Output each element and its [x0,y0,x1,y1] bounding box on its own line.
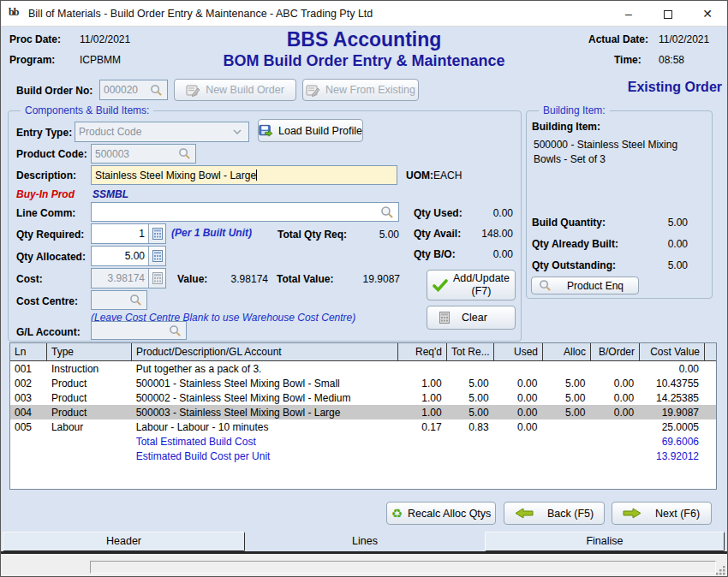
build-order-label: Build Order No: [16,85,92,97]
total-value-label: Total Value: [277,273,333,285]
col-costvalue[interactable]: Cost Value [640,343,705,360]
load-profile-icon [259,124,273,138]
product-code-input[interactable]: 500003 [91,144,196,164]
cost-input[interactable]: 3.98174 [91,268,166,288]
total-qty-req-value: 5.00 [352,229,399,241]
col-totreq[interactable]: Tot Re... [447,343,494,360]
qty-avail-value: 148.00 [460,228,513,240]
qty-required-input[interactable]: 1 [91,223,166,244]
table-cell: 1.00 [397,378,446,390]
table-cell: 002 [10,378,47,390]
table-row[interactable]: 004Product500003 - Stainless Steel Mixin… [10,405,716,419]
qty-already-built-label: Qty Already Built: [532,238,618,250]
search-icon[interactable] [176,145,192,163]
tab-header[interactable]: Header [3,532,245,551]
value-label: Value: [177,273,207,285]
col-type[interactable]: Type [47,343,132,360]
gl-account-input[interactable] [91,321,187,340]
cost-label: Cost: [16,273,43,285]
build-quantity-value: 5.00 [635,217,688,229]
new-build-order-button[interactable]: New Build Order [174,79,296,101]
title-bar: bsb Bill of Materials - Build Order Entr… [1,1,727,27]
table-cell: 0.00 [589,378,638,390]
table-cell: Labour - Labour - 10 minutes [132,421,397,433]
time-value: 08:58 [659,54,684,66]
line-comm-input[interactable] [91,202,399,222]
minimize-button[interactable]: – [611,1,647,27]
table-row[interactable]: 003Product500002 - Stainless Steel Mixin… [10,390,716,405]
window-title: Bill of Materials - Build Order Entry & … [28,1,373,27]
back-button[interactable]: Back (F5) [504,502,605,525]
search-icon[interactable] [379,203,395,221]
clear-button[interactable]: Clear [427,306,516,330]
table-cell: 0.00 [589,407,638,419]
table-cell: 0.83 [446,421,493,433]
chevron-down-icon [230,129,245,134]
app-window: bsb Bill of Materials - Build Order Entr… [0,0,728,577]
recalc-alloc-button[interactable]: ♻ Recalc Alloc Qtys [386,502,496,525]
qty-outstanding-label: Qty Outstanding: [532,259,616,271]
qty-used-label: Qty Used: [414,207,462,219]
time-label: Time: [614,54,641,66]
table-cell: 13.92012 [638,450,703,462]
table-row[interactable]: 005LabourLabour - Labour - 10 minutes0.1… [10,419,716,434]
product-enq-button[interactable]: Product Enq [531,277,639,294]
table-cell: 5.00 [446,407,493,419]
table-body: 001InstructionPut together as a pack of … [10,361,716,463]
table-cell: Estimated Build Cost per Unit [132,450,397,462]
table-cell: 5.00 [541,392,589,404]
gl-account-label: G/L Account: [16,326,81,338]
recycle-icon: ♻ [391,507,403,520]
table-cell: 5.00 [446,378,493,390]
table-row[interactable]: 002Product500001 - Stainless Steel Mixin… [10,376,716,390]
resize-grip[interactable] [715,565,726,576]
components-legend: Components & Build Items: [21,104,153,116]
calculator-icon [148,269,165,288]
total-qty-req-label: Total Qty Req: [277,229,347,241]
maximize-button[interactable] [650,1,686,27]
col-border[interactable]: B/Order [591,343,640,360]
uom-value: EACH [433,170,462,181]
table-row[interactable]: Total Estimated Build Cost69.6006 [10,434,716,449]
col-ln[interactable]: Ln [10,343,47,360]
description-label: Description: [16,170,76,181]
tab-finalise[interactable]: Finalise [485,532,725,551]
add-update-button[interactable]: Add/Update(F7) [427,270,516,300]
table-cell: 500001 - Stainless Steel Mixing Bowl - S… [132,378,397,390]
table-row[interactable]: 001InstructionPut together as a pack of … [10,361,716,376]
qty-allocated-input[interactable]: 5.00 [91,246,166,266]
table-cell: 004 [10,407,47,419]
col-used[interactable]: Used [494,343,543,360]
table-cell: 0.00 [493,392,542,404]
table-row[interactable]: Estimated Build Cost per Unit13.92012 [10,449,716,463]
status-bar [1,554,728,577]
table-cell: 5.00 [541,407,589,419]
new-from-existing-button[interactable]: New From Existing [302,79,419,101]
search-icon[interactable] [148,80,164,99]
col-reqd[interactable]: Req'd [398,343,447,360]
entry-type-select[interactable]: Product Code [75,122,249,142]
table-cell: 10.43755 [638,378,703,390]
col-alloc[interactable]: Alloc [543,343,591,360]
building-item-label: Building Item: [532,121,600,133]
clear-calculator-icon [439,312,450,324]
description-input[interactable]: Stainless Steel Mixing Bowl - Large [91,165,397,185]
calculator-icon[interactable] [148,224,165,243]
table-cell: Total Estimated Build Cost [132,436,397,448]
calculator-icon[interactable] [148,247,165,265]
build-order-input[interactable]: 000020 [99,80,168,100]
load-build-profile-button[interactable]: Load Build Profile [258,119,363,142]
close-button[interactable]: ✕ [689,1,725,27]
tab-lines[interactable]: Lines [301,535,429,547]
order-status: Existing Order [532,80,722,95]
actual-date-label: Actual Date: [588,33,648,45]
search-icon[interactable] [128,291,143,309]
cost-centre-input[interactable] [91,290,147,310]
table-cell: Product [47,392,132,404]
search-icon [539,279,552,292]
search-icon[interactable] [167,322,182,339]
qty-required-label: Qty Required: [16,229,84,241]
copy-document-icon [306,84,320,97]
next-button[interactable]: Next (F6) [612,502,712,525]
col-product[interactable]: Product/Description/GL Account [132,343,398,360]
